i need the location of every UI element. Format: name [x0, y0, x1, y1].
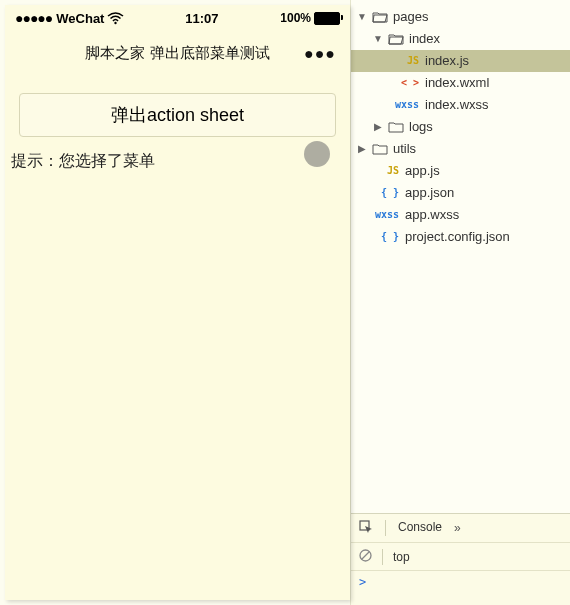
folder-icon: [389, 121, 403, 133]
tree-label: pages: [393, 9, 566, 25]
wxss-file-icon: wxss: [371, 209, 399, 221]
js-file-icon: JS: [391, 55, 419, 67]
file-tree[interactable]: ▼ pages ▼ index JS index.js < > index.wx…: [351, 0, 570, 513]
right-pane: ▼ pages ▼ index JS index.js < > index.wx…: [350, 0, 570, 605]
tree-label: app.json: [405, 185, 566, 201]
tree-label: index.js: [425, 53, 566, 69]
clock: 11:07: [185, 11, 218, 26]
tree-label: index.wxss: [425, 97, 566, 113]
tree-file-app-json[interactable]: { } app.json: [351, 182, 570, 204]
divider: [382, 549, 383, 565]
nav-bar: 脚本之家 弹出底部菜单测试 ●●●: [5, 31, 350, 75]
status-bar: ●●●●● WeChat 11:07 100%: [5, 5, 350, 31]
tree-folder-pages[interactable]: ▼ pages: [351, 6, 570, 28]
carrier-label: WeChat: [56, 11, 104, 26]
wifi-icon: [108, 13, 123, 24]
chevron-right-icon: ▶: [357, 144, 367, 154]
console-controls: top: [351, 543, 570, 571]
folder-open-icon: [373, 11, 387, 23]
page-title: 脚本之家 弹出底部菜单测试: [85, 44, 269, 63]
tree-folder-logs[interactable]: ▶ logs: [351, 116, 570, 138]
status-left: ●●●●● WeChat: [15, 10, 123, 26]
clear-console-icon[interactable]: [359, 549, 372, 565]
action-sheet-button-label: 弹出action sheet: [111, 103, 244, 127]
wxml-file-icon: < >: [391, 77, 419, 89]
tree-label: project.config.json: [405, 229, 566, 245]
tree-file-app-js[interactable]: JS app.js: [351, 160, 570, 182]
tap-indicator-icon: [304, 141, 330, 167]
chevron-down-icon: ▼: [373, 34, 383, 44]
context-dropdown[interactable]: top: [393, 550, 410, 564]
folder-open-icon: [389, 33, 403, 45]
battery-icon: [314, 12, 340, 25]
phone-simulator: ●●●●● WeChat 11:07 100% 脚本之家 弹出底部菜单测试 ●●…: [5, 5, 350, 600]
json-file-icon: { }: [371, 231, 399, 243]
svg-line-3: [362, 551, 370, 559]
json-file-icon: { }: [371, 187, 399, 199]
tree-label: utils: [393, 141, 566, 157]
nav-menu-button[interactable]: ●●●: [304, 45, 336, 63]
tree-label: index: [409, 31, 566, 47]
tree-file-index-wxml[interactable]: < > index.wxml: [351, 72, 570, 94]
tree-label: index.wxml: [425, 75, 566, 91]
wxss-file-icon: wxss: [391, 99, 419, 111]
more-tabs-button[interactable]: »: [454, 521, 461, 535]
tree-file-index-wxss[interactable]: wxss index.wxss: [351, 94, 570, 116]
elements-select-icon[interactable]: [359, 520, 373, 537]
tree-label: app.js: [405, 163, 566, 179]
divider: [385, 520, 386, 536]
tree-folder-index[interactable]: ▼ index: [351, 28, 570, 50]
signal-dots-icon: ●●●●●: [15, 10, 52, 26]
console-panel: Console » top >: [351, 513, 570, 605]
tab-console[interactable]: Console: [398, 516, 442, 540]
status-right: 100%: [280, 11, 340, 25]
tree-file-index-js[interactable]: JS index.js: [351, 50, 570, 72]
js-file-icon: JS: [371, 165, 399, 177]
console-prompt-icon: >: [359, 575, 366, 589]
console-input[interactable]: >: [351, 571, 570, 605]
console-tabs: Console »: [351, 514, 570, 543]
tree-label: app.wxss: [405, 207, 566, 223]
tree-folder-utils[interactable]: ▶ utils: [351, 138, 570, 160]
folder-icon: [373, 143, 387, 155]
tree-file-app-wxss[interactable]: wxss app.wxss: [351, 204, 570, 226]
battery-percent: 100%: [280, 11, 311, 25]
tree-label: logs: [409, 119, 566, 135]
hint-text: 提示：您选择了菜单: [11, 151, 344, 172]
chevron-down-icon: ▼: [357, 12, 367, 22]
action-sheet-button[interactable]: 弹出action sheet: [19, 93, 336, 137]
chevron-right-icon: ▶: [373, 122, 383, 132]
tree-file-project-config[interactable]: { } project.config.json: [351, 226, 570, 248]
svg-point-0: [115, 21, 117, 23]
